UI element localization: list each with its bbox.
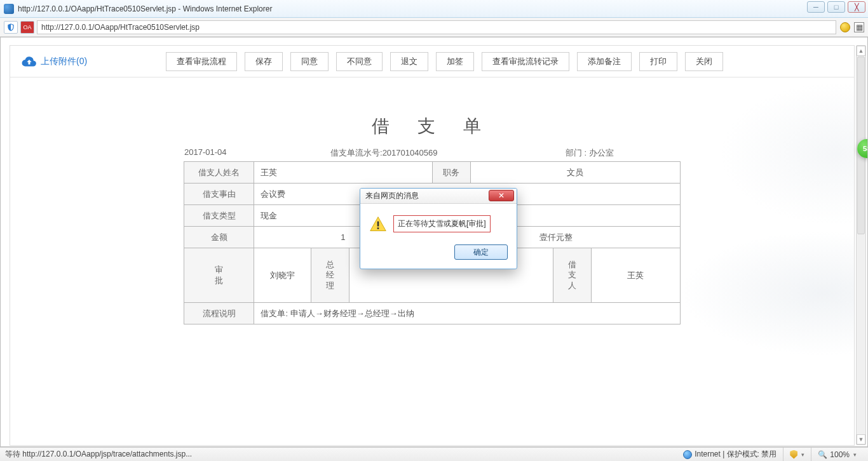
globe-icon <box>683 450 692 459</box>
maximize-button[interactable]: □ <box>827 1 845 13</box>
zoom-icon: 🔍 <box>818 450 827 459</box>
scroll-down-arrow[interactable]: ▼ <box>857 434 865 444</box>
dialog-footer: 确定 <box>360 239 517 269</box>
minimize-button[interactable]: ─ <box>807 1 825 13</box>
dialog-ok-button[interactable]: 确定 <box>454 244 508 260</box>
agree-button[interactable]: 同意 <box>290 52 329 71</box>
vertical-scrollbar[interactable]: ▲ ▼ <box>856 45 866 445</box>
dialog-titlebar: 来自网页的消息 ✕ <box>360 189 517 204</box>
dialog-close-button[interactable]: ✕ <box>489 190 514 201</box>
window-buttons: ─ □ ╳ <box>807 1 865 13</box>
chevron-down-icon: ▾ <box>853 451 857 458</box>
upload-label: 上传附件(0) <box>41 56 87 67</box>
url-input[interactable]: http://127.0.0.1/OAapp/HtTrace0510Servle… <box>37 20 836 34</box>
address-bar: OA http://127.0.0.1/OAapp/HtTrace0510Ser… <box>0 18 868 37</box>
countersign-button[interactable]: 加签 <box>436 52 474 71</box>
ie-favicon <box>4 4 14 14</box>
zoom-cell[interactable]: 🔍 100% ▾ <box>811 448 863 461</box>
disagree-button[interactable]: 不同意 <box>336 52 383 71</box>
status-bar: 等待 http://127.0.0.1/OAapp/jsp/trace/atta… <box>0 447 868 461</box>
upload-attachments-link[interactable]: 上传附件(0) <box>22 56 87 67</box>
chevron-down-icon: ▾ <box>801 451 804 458</box>
dialog-message: 正在等待艾雪或夏帆[审批] <box>393 215 491 232</box>
close-button[interactable]: 关闭 <box>685 52 723 71</box>
addrbar-right-icons: ▦ <box>840 22 864 32</box>
shield-icon <box>790 450 797 459</box>
view-history-button[interactable]: 查看审批流转记录 <box>482 52 569 71</box>
page-menu-icon[interactable]: ▦ <box>854 22 864 32</box>
return-button[interactable]: 退文 <box>390 52 428 71</box>
window-title: http://127.0.0.1/OAapp/HtTrace0510Servle… <box>18 4 272 13</box>
print-button[interactable]: 打印 <box>639 52 677 71</box>
add-remark-button[interactable]: 添加备注 <box>577 52 632 71</box>
svg-rect-1 <box>377 227 379 229</box>
status-text: 等待 http://127.0.0.1/OAapp/jsp/trace/atta… <box>5 449 192 460</box>
site-favicon: OA <box>20 21 34 34</box>
zoom-value: 100% <box>830 450 850 459</box>
security-zone-cell[interactable]: Internet | 保护模式: 禁用 <box>677 448 783 461</box>
warning-icon <box>369 215 387 233</box>
security-dropdown[interactable]: ▾ <box>783 448 811 461</box>
security-shield-icon[interactable] <box>4 21 18 34</box>
dialog-body: 正在等待艾雪或夏帆[审批] <box>360 204 517 239</box>
window-titlebar: http://127.0.0.1/OAapp/HtTrace0510Servle… <box>0 0 868 18</box>
save-button[interactable]: 保存 <box>245 52 283 71</box>
security-zone-text: Internet | 保护模式: 禁用 <box>695 449 776 460</box>
action-toolbar: 上传附件(0) 查看审批流程 保存 同意 不同意 退文 加签 查看审批流转记录 … <box>10 46 854 77</box>
view-flow-button[interactable]: 查看审批流程 <box>166 52 237 71</box>
dialog-title: 来自网页的消息 <box>365 190 419 201</box>
message-dialog: 来自网页的消息 ✕ 正在等待艾雪或夏帆[审批] 确定 <box>360 188 517 269</box>
scroll-up-arrow[interactable]: ▲ <box>857 46 865 56</box>
compat-view-icon[interactable] <box>840 22 850 32</box>
window-close-button[interactable]: ╳ <box>848 1 865 13</box>
cloud-upload-icon <box>22 56 37 67</box>
svg-rect-0 <box>377 222 379 227</box>
